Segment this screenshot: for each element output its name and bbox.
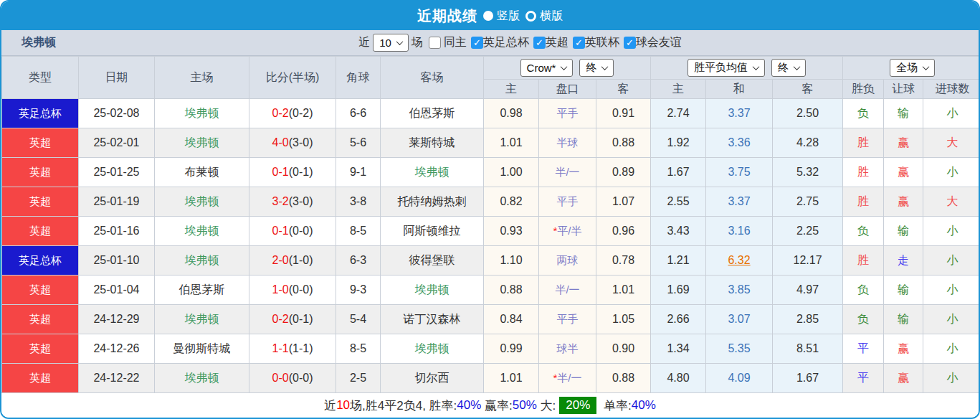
chevron-down-icon [601, 63, 609, 70]
score-cell: 0-0(0-0) [249, 364, 336, 393]
home-team-cell: 埃弗顿 [155, 99, 249, 128]
checked-checkbox[interactable]: ✓ [624, 37, 636, 49]
layout-radio-vertical[interactable]: 竖版 [483, 9, 520, 24]
col-avg-away: 客 [773, 80, 843, 99]
avg-away-cell: 2.85 [773, 305, 843, 334]
radio-unselected-icon[interactable] [525, 11, 536, 22]
ah-home-odds-cell: 1.10 [484, 246, 539, 276]
away-team-cell: 莱斯特城 [381, 128, 484, 158]
ah-line-cell: 平手 [539, 99, 596, 128]
home-team-cell: 埃弗顿 [155, 128, 249, 158]
col-result-goals: 进球数 [923, 80, 980, 99]
avg-draw-value: 3.16 [728, 225, 750, 237]
match-type-cell: 英超 [2, 305, 79, 334]
same-host-checkbox[interactable] [429, 37, 441, 49]
avg-type-value: 胜平负均值 [694, 61, 748, 75]
result-wl-cell: 负 [843, 99, 884, 128]
ah-line-cell: 平手 [539, 305, 596, 334]
corner-cell: 5-4 [336, 305, 381, 334]
result-handicap-cell: 赢 [884, 187, 923, 217]
result-handicap-cell: 赢 [884, 158, 923, 187]
odds-select-group: Crow* 终 [484, 57, 651, 80]
col-away: 客场 [381, 57, 484, 99]
result-goals-cell: 大 [923, 187, 980, 217]
avg-home-cell: 2.66 [651, 305, 706, 334]
ah-home-odds-cell: 0.98 [484, 99, 539, 128]
avg-draw-cell[interactable]: 6.32 [706, 246, 773, 276]
avg-home-cell: 1.67 [651, 158, 706, 187]
match-type-cell: 英超 [2, 128, 79, 158]
competition-filter: ✓球会友谊 [624, 35, 682, 50]
results-table: 类型 日期 主场 比分(半场) 角球 客场 Crow* 终 [1, 56, 980, 393]
checked-checkbox[interactable]: ✓ [471, 37, 483, 49]
ah-away-odds-cell: 1.05 [596, 305, 651, 334]
result-handicap-cell: 输 [884, 99, 923, 128]
recent-results-widget: 近期战绩 竖版 横版 埃弗顿 近 10 场 同主 ✓英足总杯✓英超✓英联杯✓球会… [0, 0, 980, 419]
col-result-handicap: 让球 [884, 80, 923, 99]
ah-away-odds-cell: 0.90 [596, 334, 651, 364]
result-goals-cell: 小 [923, 276, 980, 305]
col-score: 比分(半场) [249, 57, 336, 99]
ah-away-odds-cell: 0.96 [596, 217, 651, 246]
away-team-cell: 阿斯顿维拉 [381, 217, 484, 246]
result-goals-cell: 小 [923, 334, 980, 364]
radio-vertical-label: 竖版 [497, 9, 520, 24]
checked-checkbox[interactable]: ✓ [573, 37, 585, 49]
competition-filter: ✓英超 [533, 35, 569, 50]
scope-select[interactable]: 全场 [890, 59, 935, 77]
avg-draw-cell: 3.37 [706, 187, 773, 217]
table-row: 英超25-01-25布莱顿0-1(0-1)9-1埃弗顿1.00半/一0.891.… [2, 158, 980, 187]
match-date-cell: 25-02-01 [79, 128, 155, 158]
avg-draw-cell: 5.35 [706, 334, 773, 364]
odds-company-select[interactable]: Crow* [520, 59, 574, 77]
avg-draw-link[interactable]: 6.32 [728, 254, 750, 266]
layout-radio-horizontal[interactable]: 横版 [525, 9, 563, 24]
radio-selected-icon[interactable] [483, 11, 493, 21]
score-cell: 0-2(0-1) [249, 305, 336, 334]
col-result-wl: 胜负 [843, 80, 884, 99]
avg-home-cell: 1.69 [651, 276, 706, 305]
table-row: 英超24-12-29埃弗顿0-2(0-1)5-4诺丁汉森林0.84平手1.052… [2, 305, 980, 334]
result-handicap-cell: 输 [884, 217, 923, 246]
corner-cell: 3-8 [336, 187, 381, 217]
competition-label: 英联杯 [585, 35, 619, 50]
match-type-cell: 英足总杯 [2, 99, 79, 128]
table-row: 英超24-12-22埃弗顿0-0(0-0)2-5切尔西1.01*半/一0.884… [2, 364, 980, 393]
competition-filter: ✓英足总杯 [471, 35, 529, 50]
ah-home-odds-cell: 1.01 [484, 364, 539, 393]
chevron-down-icon [794, 63, 801, 70]
score-cell: 0-2(0-2) [249, 99, 336, 128]
result-goals-cell: 小 [923, 158, 980, 187]
corner-cell: 6-3 [336, 246, 381, 276]
col-ah-line: 盘口 [539, 80, 596, 99]
score-cell: 3-2(3-0) [249, 187, 336, 217]
match-type-cell: 英超 [2, 217, 79, 246]
match-date-cell: 25-01-04 [79, 276, 155, 305]
odds-stage-select[interactable]: 终 [579, 59, 614, 77]
ah-away-odds-cell: 0.88 [596, 128, 651, 158]
avg-draw-value: 3.07 [728, 313, 750, 325]
match-type-cell: 英超 [2, 276, 79, 305]
avg-draw-value: 3.75 [728, 166, 750, 178]
avg-type-select[interactable]: 胜平负均值 [688, 59, 765, 77]
score-cell: 0-1(0-0) [249, 217, 336, 246]
summary-text: 近 [324, 397, 336, 414]
avg-stage-select[interactable]: 终 [771, 59, 806, 77]
corner-cell: 2-5 [336, 364, 381, 393]
avg-select-group: 胜平负均值 终 [651, 57, 843, 80]
away-team-cell: 埃弗顿 [381, 334, 484, 364]
checked-checkbox[interactable]: ✓ [533, 37, 546, 49]
avg-draw-cell: 3.37 [706, 99, 773, 128]
avg-home-cell: 1.34 [651, 334, 706, 364]
ah-line-cell: 半/一 [539, 276, 596, 305]
match-date-cell: 25-01-19 [79, 187, 155, 217]
home-team-cell: 埃弗顿 [155, 364, 249, 393]
title-bar: 近期战绩 竖版 横版 [1, 1, 979, 30]
summary-text: 40% [632, 398, 656, 413]
avg-home-cell: 2.55 [651, 187, 706, 217]
result-wl-cell: 负 [843, 217, 884, 246]
avg-draw-cell: 3.16 [706, 217, 773, 246]
competition-label: 英足总杯 [483, 35, 529, 50]
recent-count-select[interactable]: 10 [373, 34, 409, 52]
filter-controls: 近 10 场 同主 ✓英足总杯✓英超✓英联杯✓球会友谊 [145, 34, 893, 52]
